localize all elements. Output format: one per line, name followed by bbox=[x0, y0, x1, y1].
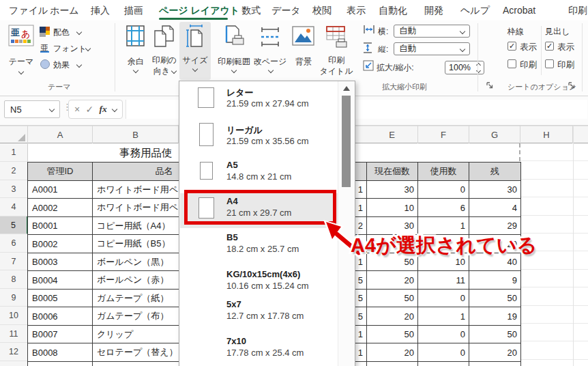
tab-print[interactable]: 印刷 bbox=[568, 5, 587, 17]
paper-size-option-legal[interactable]: リーガル 21.59 cm x 35.56 cm bbox=[180, 122, 338, 157]
theme-fonts-button[interactable]: 亜 フォント bbox=[40, 42, 115, 55]
cell[interactable]: B0002 bbox=[27, 234, 93, 253]
tab-home[interactable]: ホーム bbox=[50, 5, 79, 17]
tab-review[interactable]: 校閲 bbox=[312, 5, 332, 17]
paper-size-option-7x10[interactable]: 7x10 17.78 cm x 25.4 cm bbox=[180, 333, 338, 366]
paper-size-option-letter[interactable]: レター 21.59 cm x 27.94 cm bbox=[180, 85, 338, 120]
dialog-launcher-icon[interactable] bbox=[486, 81, 494, 89]
theme-colors-button[interactable]: 配色 bbox=[40, 26, 108, 38]
cell[interactable]: 1 bbox=[417, 307, 469, 326]
cell[interactable]: A0002 bbox=[27, 198, 93, 217]
row-header[interactable]: 7 bbox=[0, 253, 28, 270]
cell[interactable]: 50 bbox=[366, 325, 418, 343]
tab-acrobat[interactable]: Acrobat bbox=[503, 5, 535, 16]
cell[interactable]: 50 bbox=[366, 289, 418, 307]
cell[interactable]: B0008 bbox=[27, 343, 93, 362]
row-header[interactable]: 8 bbox=[0, 270, 28, 289]
cell[interactable]: 0 bbox=[417, 289, 469, 307]
theme-effects-button[interactable]: 効果 bbox=[40, 59, 108, 71]
row-header[interactable]: 2 bbox=[0, 162, 28, 180]
cell[interactable]: 20 bbox=[366, 270, 418, 290]
row-header[interactable]: 12 bbox=[0, 343, 28, 361]
cell[interactable]: B0006 bbox=[27, 307, 93, 326]
scale-height-select[interactable]: 自動 bbox=[394, 42, 470, 55]
size-button[interactable]: サイズ bbox=[179, 22, 211, 80]
row-header[interactable]: 10 bbox=[0, 307, 28, 325]
cell[interactable]: 20 bbox=[366, 307, 418, 326]
cell[interactable]: 10 bbox=[366, 198, 418, 217]
cell[interactable]: 20 bbox=[469, 343, 521, 362]
scale-zoom-spinner[interactable]: 100% bbox=[445, 61, 484, 74]
cell[interactable]: 6 bbox=[417, 198, 469, 217]
tab-help[interactable]: ヘルプ bbox=[460, 5, 490, 17]
page-breaks-button[interactable]: 改ページ bbox=[252, 23, 288, 79]
tab-page-layout[interactable]: ページ レイアウト bbox=[159, 5, 239, 17]
column-header-b[interactable]: B bbox=[93, 126, 179, 143]
cell[interactable]: B0003 bbox=[27, 253, 93, 271]
row-header[interactable]: 1 bbox=[0, 143, 28, 162]
select-all-corner[interactable] bbox=[0, 126, 28, 143]
column-header-f[interactable]: F bbox=[418, 126, 469, 143]
column-header-e[interactable]: E bbox=[366, 126, 418, 143]
paper-size-option-5x7[interactable]: 5x7 12.7 cm x 17.78 cm bbox=[180, 296, 338, 332]
row-header[interactable]: 9 bbox=[0, 289, 28, 307]
row-header-active[interactable]: 5 bbox=[0, 216, 28, 234]
row-header[interactable]: 6 bbox=[0, 234, 28, 253]
name-box[interactable]: N5 bbox=[4, 100, 60, 118]
cell[interactable]: C0001 bbox=[27, 361, 93, 366]
column-header-a[interactable]: A bbox=[28, 126, 93, 143]
cell[interactable]: 11 bbox=[417, 270, 469, 290]
row-header[interactable]: 11 bbox=[0, 325, 28, 343]
paper-size-option-a5[interactable]: A5 14.8 cm x 21 cm bbox=[180, 157, 338, 193]
themes-button[interactable]: 亜 あ テーマ bbox=[7, 23, 35, 79]
scrollbar-thumb[interactable] bbox=[342, 96, 351, 187]
cell[interactable]: 50 bbox=[469, 289, 521, 307]
cell[interactable]: 30 bbox=[366, 180, 418, 199]
tab-view[interactable]: 表示 bbox=[347, 5, 366, 17]
cell[interactable]: B0007 bbox=[27, 325, 93, 343]
tab-data[interactable]: データ bbox=[271, 5, 301, 17]
tab-insert[interactable]: 挿入 bbox=[91, 5, 110, 17]
cell[interactable] bbox=[469, 361, 521, 366]
tab-draw[interactable]: 描画 bbox=[124, 5, 143, 17]
cell[interactable]: 30 bbox=[469, 180, 521, 199]
tab-automate[interactable]: 自動化 bbox=[379, 5, 407, 17]
cell[interactable]: B0004 bbox=[27, 270, 93, 290]
gridlines-print-checkbox[interactable] bbox=[508, 59, 516, 68]
cell[interactable]: B0005 bbox=[27, 289, 93, 307]
sheet-title-cell[interactable]: 事務用品使 bbox=[119, 144, 173, 162]
scale-width-select[interactable]: 自動 bbox=[394, 25, 470, 38]
tab-developer[interactable]: 開発 bbox=[424, 5, 443, 17]
cell[interactable] bbox=[366, 361, 418, 366]
cancel-icon[interactable]: × bbox=[74, 104, 80, 115]
cell[interactable]: B0001 bbox=[27, 216, 93, 235]
row-header[interactable]: 13 bbox=[0, 361, 28, 366]
print-titles-button[interactable]: 印刷 タイトル bbox=[319, 23, 353, 79]
print-area-button[interactable]: 印刷範囲 bbox=[214, 23, 254, 79]
paper-size-option-b5[interactable]: B5 18.2 cm x 25.7 cm bbox=[180, 229, 338, 265]
cell[interactable]: 9 bbox=[469, 270, 521, 290]
header-cell[interactable]: 使用数 bbox=[417, 162, 469, 181]
enter-icon[interactable]: ✓ bbox=[85, 104, 93, 115]
insert-function-icon[interactable]: fx bbox=[99, 104, 106, 115]
scroll-up-icon[interactable] bbox=[343, 86, 350, 91]
cell[interactable]: 4 bbox=[469, 198, 521, 217]
row-header[interactable]: 4 bbox=[0, 198, 28, 216]
tab-formulas[interactable]: 数式 bbox=[241, 5, 261, 17]
cell[interactable] bbox=[417, 361, 469, 366]
margins-button[interactable]: 余白 bbox=[123, 23, 149, 79]
row-header[interactable]: 3 bbox=[0, 180, 28, 198]
cell[interactable]: 19 bbox=[469, 307, 521, 326]
background-button[interactable]: 背景 bbox=[291, 23, 317, 79]
cell[interactable]: 0 bbox=[417, 180, 469, 199]
cell[interactable]: 20 bbox=[366, 343, 418, 362]
orientation-button[interactable]: 印刷の 向き bbox=[150, 23, 179, 79]
column-header-g[interactable]: G bbox=[469, 126, 520, 143]
gridlines-view-checkbox[interactable] bbox=[508, 42, 516, 51]
column-header-h[interactable]: H bbox=[520, 126, 573, 143]
header-cell[interactable]: 残 bbox=[469, 162, 521, 181]
cell[interactable]: 50 bbox=[469, 325, 521, 343]
cell[interactable]: 0 bbox=[417, 325, 469, 343]
headings-print-checkbox[interactable] bbox=[545, 59, 554, 68]
header-cell[interactable]: 管理ID bbox=[27, 162, 93, 181]
